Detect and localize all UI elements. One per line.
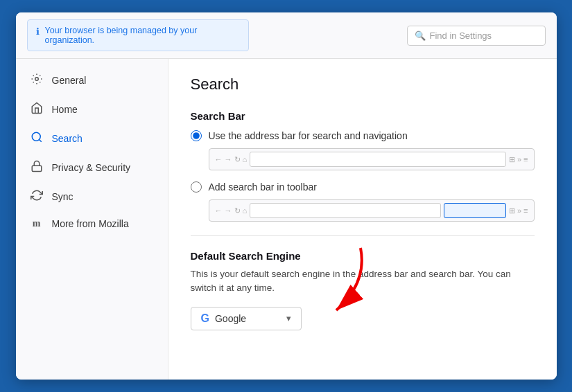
bar-actions-2: ⊞ » ≡ <box>509 206 528 215</box>
more-icon-2: » <box>517 206 521 215</box>
page-title: Search <box>191 75 535 93</box>
home-nav-icon: ⌂ <box>243 155 248 163</box>
find-search-icon: 🔍 <box>415 30 426 41</box>
sidebar-item-home-label: Home <box>52 104 78 115</box>
back-icon: ← <box>215 155 223 163</box>
forward-icon-2: → <box>225 206 232 215</box>
sidebar-item-sync[interactable]: Sync <box>16 182 168 211</box>
sidebar-item-privacy[interactable]: Privacy & Security <box>16 153 168 182</box>
forward-icon: → <box>225 155 232 163</box>
search-icon <box>30 131 44 146</box>
svg-rect-2 <box>32 166 42 171</box>
search-bar-title: Search Bar <box>191 110 535 122</box>
sidebar-item-more[interactable]: m More from Mozilla <box>16 211 168 236</box>
managed-notice: ℹ Your browser is being managed by your … <box>27 19 249 51</box>
nav-controls-2: ← → ↻ ⌂ <box>215 206 248 215</box>
sidebar-item-more-label: More from Mozilla <box>52 218 129 229</box>
search-engine-dropdown[interactable]: G Google ▾ <box>191 307 302 330</box>
search-bar-section: Search Bar Use the address bar for searc… <box>191 110 535 222</box>
default-engine-section: Default Search Engine This is your defau… <box>191 250 535 330</box>
home-nav-icon-2: ⌂ <box>243 206 248 215</box>
svg-point-0 <box>35 78 38 81</box>
tabs-icon-2: ⊞ <box>509 206 515 215</box>
sidebar-item-search-label: Search <box>52 133 83 144</box>
managed-notice-text: Your browser is being managed by your or… <box>45 26 240 45</box>
google-label: Google <box>215 313 281 324</box>
refresh-icon: ↻ <box>234 155 241 164</box>
radio-address-bar[interactable]: Use the address bar for search and navig… <box>191 130 535 141</box>
address-bar-input-1[interactable] <box>250 152 506 167</box>
find-in-settings[interactable]: 🔍 Find in Settings <box>407 26 546 46</box>
default-engine-desc: This is your default search engine in th… <box>191 267 535 296</box>
content-area: Search Search Bar Use the address bar fo… <box>168 59 557 380</box>
more-icon-1: » <box>517 155 521 163</box>
home-icon <box>30 102 44 117</box>
back-icon-2: ← <box>215 206 223 215</box>
browser-bar-mockup-1: ← → ↻ ⌂ ⊞ » ≡ <box>209 148 535 170</box>
lock-icon <box>30 160 44 175</box>
nav-controls-1: ← → ↻ ⌂ <box>215 155 248 164</box>
info-icon: ℹ <box>36 26 40 37</box>
section-divider <box>191 235 535 236</box>
find-placeholder-text: Find in Settings <box>430 30 492 41</box>
sidebar-item-privacy-label: Privacy & Security <box>52 162 131 173</box>
menu-icon-2: ≡ <box>523 206 528 215</box>
tabs-icon: ⊞ <box>509 155 515 164</box>
google-logo: G <box>201 312 209 325</box>
radio-toolbar-label: Add search bar in toolbar <box>209 181 317 193</box>
default-engine-title: Default Search Engine <box>191 250 535 262</box>
general-icon <box>30 73 44 88</box>
main-content: General Home Search <box>16 59 557 380</box>
sidebar-item-search[interactable]: Search <box>16 124 168 153</box>
sync-icon <box>30 189 44 204</box>
radio-address-bar-label: Use the address bar for search and navig… <box>209 130 408 141</box>
sidebar-item-sync-label: Sync <box>52 191 73 202</box>
radio-toolbar-input[interactable] <box>191 181 202 193</box>
menu-icon-1: ≡ <box>523 155 528 163</box>
top-bar: ℹ Your browser is being managed by your … <box>16 12 557 59</box>
sidebar-item-general-label: General <box>52 75 87 86</box>
refresh-icon-2: ↻ <box>234 206 241 215</box>
search-bar-input-2[interactable] <box>444 203 506 218</box>
address-bar-input-2[interactable] <box>250 203 441 218</box>
browser-window: ℹ Your browser is being managed by your … <box>16 12 557 380</box>
radio-address-bar-input[interactable] <box>191 130 202 141</box>
dropdown-chevron: ▾ <box>286 313 291 323</box>
svg-point-1 <box>32 132 40 141</box>
sidebar-item-general[interactable]: General <box>16 66 168 95</box>
bar-actions-1: ⊞ » ≡ <box>509 155 528 164</box>
mozilla-icon: m <box>30 218 44 229</box>
browser-bar-mockup-2: ← → ↻ ⌂ ⊞ » ≡ <box>209 199 535 222</box>
sidebar: General Home Search <box>16 59 168 380</box>
radio-toolbar[interactable]: Add search bar in toolbar <box>191 181 535 193</box>
sidebar-item-home[interactable]: Home <box>16 95 168 124</box>
